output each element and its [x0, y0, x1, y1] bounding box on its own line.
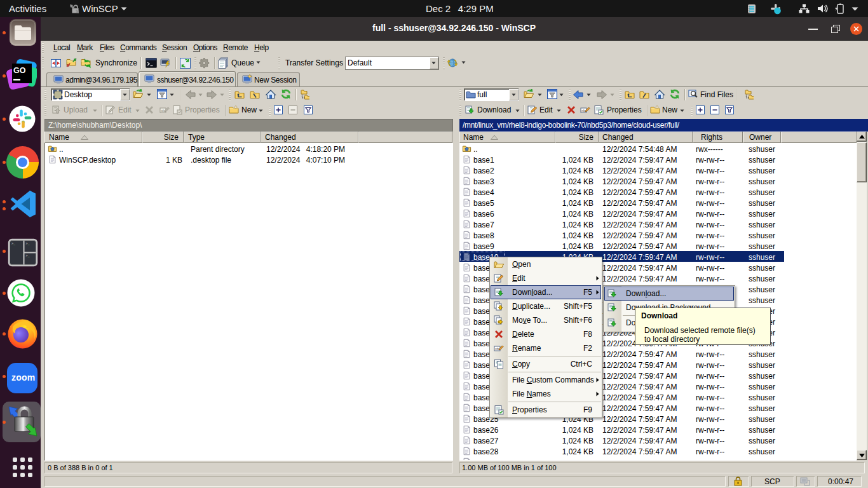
svg-text:>_: >_: [26, 242, 31, 246]
svg-text:>_: >_: [11, 242, 16, 246]
svg-text:>_: >_: [26, 254, 31, 258]
svg-text:GO: GO: [13, 66, 26, 75]
